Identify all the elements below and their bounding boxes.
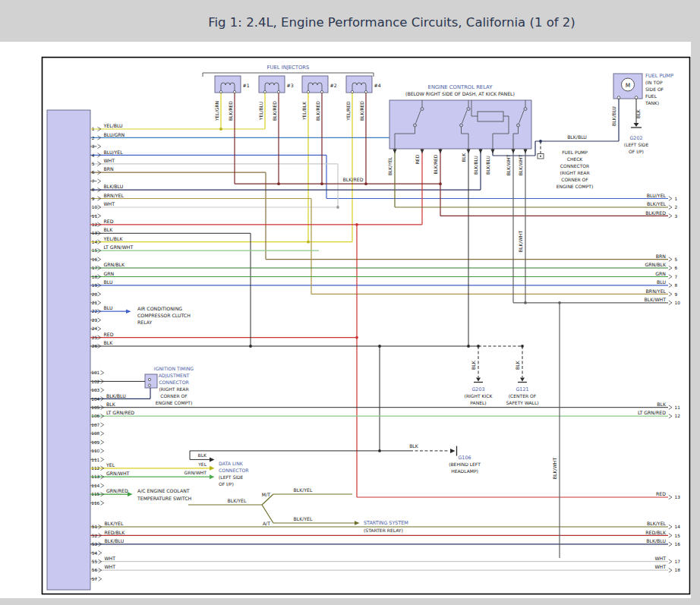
wire-label: BLK/BLU — [611, 106, 616, 126]
ecm-pin-label: BLU/YEL — [104, 150, 124, 155]
ecm-pin-number: 26 — [92, 344, 98, 348]
right-pin-label: RED/BLK — [645, 530, 667, 535]
ecm-pin-number: 8 — [92, 187, 95, 192]
ecm-pin-number: 9 — [92, 197, 95, 201]
right-pin-label: BLK/YEL — [647, 521, 667, 526]
fuel-pump-location: (IN TOP — [645, 80, 663, 85]
ecm-connector-block — [47, 110, 90, 590]
right-pin-number: 18 — [675, 568, 681, 572]
ecm-pin-label: RED — [104, 332, 114, 337]
dlc-location: (LEFT SIDE — [219, 474, 244, 480]
right-pin-number: 7 — [675, 275, 678, 279]
ac-coolant-switch-label: A/C ENGINE COOLANT — [137, 488, 190, 493]
injector-id: #1 — [243, 83, 250, 88]
relay-output-label: BLK/WHT — [506, 154, 511, 175]
starting-system-subtitle: (STARTER RELAY) — [364, 528, 403, 533]
ecm-pin-label: YEL/BLK — [103, 236, 124, 241]
wire-label: BLK/YEL — [228, 498, 248, 503]
ground-id-g203: G203 — [471, 386, 484, 392]
ignition-timing-title: ADJUSTMENT — [159, 373, 190, 379]
ac-clutch-relay-label: COMPRESSOR CLUTCH — [137, 313, 191, 318]
injector-wire-label: YEL/RED — [345, 101, 351, 121]
ecm-pin-number: 22 — [92, 309, 98, 314]
injector-box — [302, 76, 328, 93]
ecm-pin-label: GRN — [104, 271, 115, 276]
right-pin-label: BLU — [657, 279, 666, 285]
wire-label: BLK/YEL — [294, 516, 314, 521]
injector-box — [259, 76, 285, 93]
ignition-timing-title: CONNECTOR — [159, 380, 189, 385]
ecm-pin-number: 104 — [91, 397, 99, 402]
fuel-pump-location: TANK) — [645, 100, 659, 106]
ground-location: PANEL) — [470, 400, 486, 405]
ecm-pin-label: WHT — [104, 201, 115, 206]
ecm-pin-label: GRN/RED — [106, 488, 128, 493]
ecm-pin-label: BLK — [104, 340, 114, 345]
ignition-timing-location: CORNER OF — [160, 393, 188, 399]
ecm-pin-label: GRN/BLK — [104, 262, 125, 267]
wire-label: BLK/BLU — [567, 134, 587, 140]
ecm-pin-label: BLU/GRN — [104, 132, 125, 137]
wire-label: BLK/WHT — [552, 458, 557, 480]
check-connector-label: FUEL PUMP — [562, 150, 588, 155]
right-pin-number: 14 — [675, 525, 681, 529]
right-pin-number: 5 — [675, 257, 678, 262]
ecm-pin-label: WHT — [105, 556, 116, 561]
ecm-pin-label: YEL — [106, 462, 115, 468]
ecm-pin-number: 113 — [91, 474, 99, 479]
ecm-pin-number: 15 — [92, 248, 98, 253]
fuel-pump-title: FUEL PUMP — [645, 73, 673, 79]
ecm-pin-label: LT GRN/RED — [106, 410, 134, 415]
right-pin-label: BLK/RED — [645, 210, 666, 216]
right-pin-number: 11 — [675, 405, 681, 410]
wire-label: BLK/YEL — [294, 487, 314, 493]
check-connector-label: (RIGHT REAR — [560, 170, 589, 175]
ecm-pin-label: BLK — [104, 227, 114, 232]
check-connector-label: ENGINE COMPT) — [557, 184, 594, 189]
relay-output-label: BLK/BLU — [485, 156, 490, 175]
ecm-pin-label: RED/BLK — [105, 530, 126, 535]
fuel-pump-location: SIDE OF — [645, 87, 664, 92]
wire-label: BLK — [471, 360, 476, 370]
starting-system-title: STARTING SYSTEM — [364, 520, 408, 526]
ecm-pin-label: BLU — [104, 279, 113, 285]
wire-label: BLK — [409, 443, 419, 449]
injector-wire-label: BLK/RED — [272, 101, 277, 121]
at-label: A/T — [263, 521, 270, 526]
dlc-title: DATA LINK — [219, 461, 244, 466]
ecm-pin-label: BLU — [104, 305, 113, 310]
dlc-wire-label: BLK — [198, 452, 207, 458]
ecm-pin-number: 19 — [92, 283, 98, 288]
ecm-pin-number: 1 — [92, 127, 95, 131]
injector-wire-label: YEL/BLU — [258, 102, 263, 121]
fuel-injectors-title: FUEL INJECTORS — [267, 65, 310, 71]
right-pin-label: RED — [656, 491, 666, 496]
ecm-pin-number: 6 — [92, 170, 95, 175]
right-pin-number: 2 — [675, 205, 678, 210]
right-pin-label: BLK/WHT — [645, 297, 667, 302]
ac-clutch-relay-label: RELAY — [137, 320, 153, 325]
injector-id: #4 — [374, 83, 381, 88]
relay-output-label: RED — [415, 154, 420, 164]
right-pin-number: 13 — [675, 495, 681, 499]
ecm-pin-label: BLK/BLU — [104, 184, 124, 189]
ground-location: OF I/P) — [629, 149, 644, 154]
ignition-timing-location: ENGINE COMPT) — [156, 400, 193, 405]
right-pin-number: 6 — [675, 266, 678, 270]
ecm-pin-label: BLK/BLU — [106, 393, 126, 399]
ecm-pin-label: BRN/YEL — [104, 193, 125, 198]
ecm-pin-number: 52 — [92, 534, 98, 538]
injector-box — [346, 76, 372, 93]
check-connector-label: CORNER OF — [561, 177, 588, 182]
injector-id: #3 — [287, 83, 294, 88]
ecm-pin-number: 55 — [92, 559, 98, 564]
right-pin-label: GRN — [655, 271, 666, 276]
ecm-pin-number: 115 — [91, 492, 99, 496]
right-pin-label: LT GRN/RED — [638, 410, 666, 415]
ground-location: SAFETY WALL) — [506, 400, 538, 405]
wire-label: BLK — [515, 360, 520, 370]
injector-wire-label: BLK/RED — [359, 101, 364, 121]
right-pin-label: WHT — [654, 556, 666, 561]
wire-label: BLK/WHT — [518, 231, 523, 253]
right-pin-label: BLK — [657, 402, 667, 407]
